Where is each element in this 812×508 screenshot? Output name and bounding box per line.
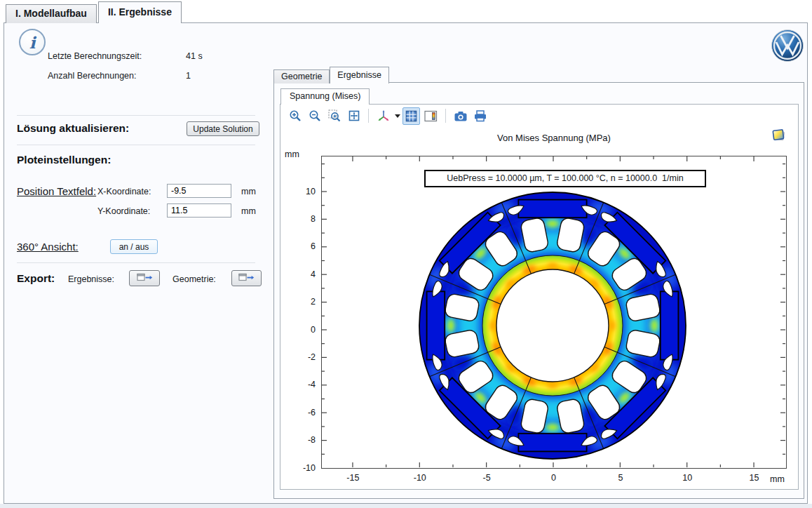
color-legend-icon[interactable]: [422, 107, 440, 125]
tab-geometrie[interactable]: Geometrie: [273, 69, 330, 83]
main-tab-strip: I. Modellaufbau II. Ergebnisse: [6, 1, 182, 23]
tab-ergebnisse-plot[interactable]: Ergebnisse: [330, 67, 389, 83]
zoom-out-icon[interactable]: [306, 107, 323, 125]
toggle-360-button[interactable]: an / aus: [110, 239, 158, 254]
view-orientation-icon[interactable]: [374, 107, 392, 125]
tab-ergebnisse[interactable]: II. Ergebnisse: [98, 1, 182, 23]
parameter-annotation-box: UebPress = 10.0000 µm, T = 100.000 °C, n…: [424, 170, 706, 187]
divider: [17, 262, 255, 263]
print-icon[interactable]: [471, 107, 489, 125]
y-tick-label: 8: [287, 214, 316, 224]
grid-toggle-icon[interactable]: [402, 107, 420, 125]
y-tick-label: -8: [287, 435, 316, 445]
x-tick-label: 10: [675, 473, 700, 483]
zoom-in-icon[interactable]: [286, 107, 304, 125]
x-tick-label: 5: [608, 473, 633, 483]
y-axis-unit: mm: [285, 149, 299, 159]
tab-modellaufbau[interactable]: I. Modellaufbau: [6, 4, 97, 23]
y-tick-label: 2: [287, 297, 316, 307]
x-tick-label: -15: [340, 473, 365, 483]
x-coordinate-label: X-Koordinate:: [97, 187, 151, 196]
y-coordinate-unit: mm: [241, 206, 256, 216]
plot-canvas[interactable]: [321, 156, 787, 469]
stat-value-calc-time: 41 s: [186, 51, 203, 61]
y-tick-label: -10: [287, 463, 316, 473]
toolbar-separator: [445, 109, 446, 123]
export-geometry-button[interactable]: [231, 270, 262, 286]
snapshot-camera-icon[interactable]: [452, 107, 469, 125]
y-tick-label: -4: [287, 380, 316, 389]
x-tick-label: -10: [407, 473, 433, 483]
export-heading: Export:: [17, 272, 55, 285]
y-coordinate-label: Y-Koordinate:: [97, 206, 150, 216]
export-geometry-label: Geometrie:: [172, 274, 216, 284]
plot-toolbar: [286, 106, 489, 126]
y-tick-label: -6: [287, 408, 316, 417]
export-icon: [137, 272, 153, 284]
stat-value-calc-count: 1: [186, 71, 191, 81]
zoom-extents-icon[interactable]: [345, 107, 363, 125]
y-coordinate-input[interactable]: [167, 203, 231, 218]
fem-stress-surface: [417, 189, 689, 462]
window-bottom-strip: [0, 504, 812, 508]
stat-label-calc-time: Letzte Berechnungszeit:: [48, 51, 142, 61]
y-tick-label: -2: [287, 352, 316, 362]
y-tick-label: 0: [287, 325, 316, 335]
update-solution-heading: Lösung aktualisieren:: [17, 122, 129, 135]
divider: [17, 145, 255, 145]
export-icon: [238, 272, 255, 284]
x-coordinate-input[interactable]: [167, 184, 231, 198]
zoom-selection-icon[interactable]: [325, 107, 343, 125]
x-tick-label: 15: [742, 473, 767, 483]
app-window: I. Modellaufbau II. Ergebnisse i Letzte …: [0, 0, 812, 508]
x-tick-label: -5: [474, 473, 499, 483]
results-tab-strip: Geometrie Ergebnisse: [273, 67, 389, 83]
tab-spannung-mises[interactable]: Spannung (Mises): [280, 88, 370, 105]
plot-title: Von Mises Spannung (MPa): [321, 133, 787, 143]
position-textfield-label: Position Textfeld:: [17, 185, 96, 197]
stat-label-calc-count: Anzahl Berechnungen:: [48, 71, 136, 81]
y-tick-label: 6: [287, 241, 316, 251]
export-results-label: Ergebnisse:: [68, 274, 114, 284]
export-results-button[interactable]: [129, 270, 160, 286]
plot-settings-heading: Ploteinstellungen:: [17, 154, 111, 166]
y-tick-label: 10: [287, 187, 316, 196]
y-tick-label: 4: [287, 269, 316, 279]
x-axis-unit: mm: [770, 474, 785, 484]
view-360-label: 360° Ansicht:: [17, 241, 79, 253]
x-coordinate-unit: mm: [241, 187, 256, 196]
info-icon: i: [19, 29, 46, 55]
toolbar-separator: [368, 109, 369, 123]
divider: [17, 115, 255, 116]
x-tick-label: 0: [541, 473, 567, 483]
volkswagen-logo: [771, 29, 804, 65]
update-solution-button[interactable]: Update Solution: [187, 121, 259, 136]
chevron-down-icon[interactable]: [395, 114, 400, 118]
